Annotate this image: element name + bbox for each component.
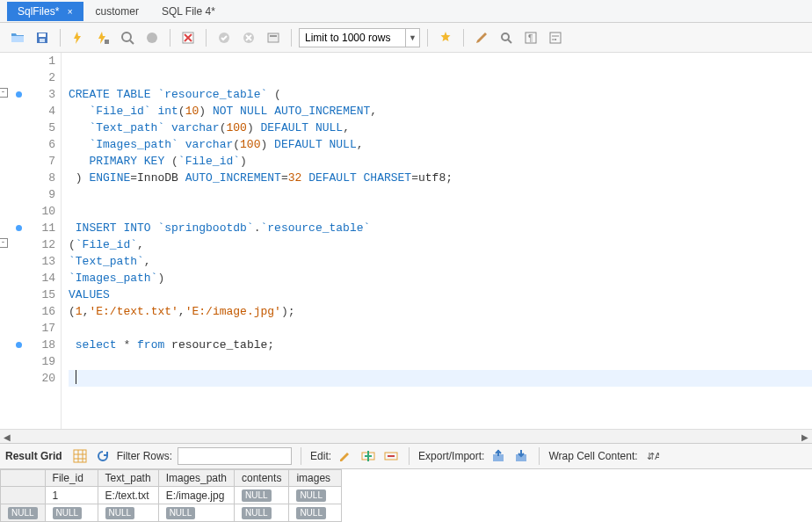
table-row[interactable]: 1E:/text.txtE:/image.jpgNULLNULL: [1, 487, 342, 504]
code-line[interactable]: (`File_id`,: [69, 236, 812, 253]
code-line[interactable]: [69, 186, 812, 203]
row-header-blank: [1, 470, 46, 487]
row-limit-input[interactable]: [300, 29, 405, 47]
table-cell[interactable]: NULL: [289, 487, 342, 504]
table-cell[interactable]: NULL: [45, 504, 98, 522]
code-line[interactable]: `Images_path` varchar(100) DEFAULT NULL,: [69, 136, 812, 153]
edit-row-icon[interactable]: [337, 447, 354, 465]
delete-row-icon[interactable]: [382, 447, 400, 465]
code-line[interactable]: `Images_path`): [69, 270, 812, 286]
explain-icon[interactable]: [117, 27, 138, 48]
table-cell[interactable]: 1: [45, 487, 98, 504]
code-line[interactable]: [69, 69, 812, 86]
scroll-right-icon[interactable]: ▶: [798, 430, 812, 444]
gutter-line: -3: [0, 86, 61, 103]
find-icon[interactable]: [496, 27, 517, 48]
gutter-line: 7: [0, 153, 61, 170]
code-line[interactable]: VALUES: [69, 286, 812, 303]
gutter-line: 13: [0, 253, 61, 270]
table-row[interactable]: NULLNULLNULLNULLNULLNULL: [1, 504, 342, 522]
refresh-icon[interactable]: [94, 447, 112, 465]
table-cell[interactable]: NULL: [289, 504, 342, 522]
tab-sqlfiles[interactable]: SqlFiles* ×: [7, 2, 83, 21]
code-line[interactable]: [69, 370, 812, 387]
code-line[interactable]: [69, 203, 812, 220]
chevron-down-icon[interactable]: ▼: [405, 29, 419, 47]
commit-icon[interactable]: [214, 27, 235, 48]
tab-customer[interactable]: customer: [85, 2, 149, 21]
toggle-invisible-icon[interactable]: ¶: [520, 27, 541, 48]
stop-icon[interactable]: [141, 27, 163, 48]
import-icon[interactable]: [512, 447, 530, 465]
code-line[interactable]: `File_id` int(10) NOT NULL AUTO_INCREMEN…: [69, 103, 812, 120]
filter-rows-label: Filter Rows:: [117, 450, 172, 462]
wrap-icon[interactable]: [545, 27, 566, 48]
horizontal-scrollbar[interactable]: ◀ ▶: [0, 429, 812, 443]
filter-rows-input[interactable]: [178, 447, 292, 465]
code-line[interactable]: [69, 353, 812, 370]
table-cell[interactable]: NULL: [235, 504, 289, 522]
svg-rect-2: [40, 39, 45, 42]
code-line[interactable]: select * from resource_table;: [69, 337, 812, 353]
code-line[interactable]: INSERT INTO `springbootdb`.`resource_tab…: [69, 220, 812, 236]
autocommit-icon[interactable]: [263, 27, 284, 48]
column-header[interactable]: contents: [235, 470, 289, 487]
row-limit-dropdown[interactable]: ▼: [299, 28, 420, 47]
code-line[interactable]: ) ENGINE=InnoDB AUTO_INCREMENT=32 DEFAUL…: [69, 170, 812, 186]
svg-rect-3: [105, 40, 109, 44]
gutter-line: 5: [0, 120, 61, 136]
svg-rect-10: [268, 33, 279, 42]
execute-current-icon[interactable]: [92, 27, 113, 48]
row-header[interactable]: NULL: [1, 504, 46, 522]
table-cell[interactable]: NULL: [98, 504, 158, 522]
gutter-line: 8: [0, 170, 61, 186]
no-commit-icon[interactable]: [178, 27, 199, 48]
scroll-left-icon[interactable]: ◀: [0, 430, 14, 444]
result-grid[interactable]: File_idText_pathImages_pathcontentsimage…: [0, 469, 812, 522]
wrap-cell-icon[interactable]: ⇵A: [643, 447, 661, 465]
code-area[interactable]: CREATE TABLE `resource_table` ( `File_id…: [62, 53, 812, 429]
save-file-button[interactable]: [32, 27, 53, 48]
result-table[interactable]: File_idText_pathImages_pathcontentsimage…: [0, 469, 342, 522]
sql-editor[interactable]: 12-34567891011-121314151617181920 CREATE…: [0, 53, 812, 429]
column-header[interactable]: images: [289, 470, 342, 487]
code-line[interactable]: [69, 53, 812, 69]
code-line[interactable]: (1,'E:/text.txt','E:/image.jpg');: [69, 303, 812, 320]
code-line[interactable]: [69, 320, 812, 337]
column-header[interactable]: File_id: [45, 470, 98, 487]
add-row-icon[interactable]: [359, 447, 377, 465]
gutter-line: 16: [0, 303, 61, 320]
result-grid-label: Result Grid: [5, 450, 62, 462]
open-file-button[interactable]: [7, 27, 28, 48]
code-line[interactable]: PRIMARY KEY (`File_id`): [69, 153, 812, 170]
rollback-icon[interactable]: [238, 27, 259, 48]
execute-icon[interactable]: [68, 27, 89, 48]
table-cell[interactable]: E:/text.txt: [98, 487, 158, 504]
export-icon[interactable]: [489, 447, 507, 465]
svg-text:⇵A: ⇵A: [647, 451, 659, 461]
table-cell[interactable]: E:/image.jpg: [158, 487, 234, 504]
gutter-line: 2: [0, 69, 61, 86]
grid-view-icon[interactable]: [71, 447, 89, 465]
row-header[interactable]: [1, 487, 46, 504]
column-header[interactable]: Text_path: [98, 470, 158, 487]
separator: [539, 447, 540, 465]
separator: [301, 447, 301, 465]
svg-rect-17: [74, 450, 86, 462]
wrap-cell-label: Wrap Cell Content:: [548, 450, 637, 462]
table-cell[interactable]: NULL: [158, 504, 234, 522]
code-line[interactable]: `Text_path`,: [69, 253, 812, 270]
tab-sqlfile4[interactable]: SQL File 4*: [151, 2, 226, 21]
gutter-line: 9: [0, 186, 61, 203]
close-icon[interactable]: ×: [68, 7, 73, 17]
table-header-row: File_idText_pathImages_pathcontentsimage…: [1, 470, 342, 487]
beautify-icon[interactable]: [435, 27, 456, 48]
brush-icon[interactable]: [471, 27, 492, 48]
column-header[interactable]: Images_path: [158, 470, 234, 487]
result-toolbar: Result Grid Filter Rows: Edit: Export/Im…: [0, 443, 812, 469]
table-cell[interactable]: NULL: [235, 487, 289, 504]
code-line[interactable]: CREATE TABLE `resource_table` (: [69, 86, 812, 103]
separator: [170, 29, 170, 47]
gutter-line: 1: [0, 53, 61, 69]
code-line[interactable]: `Text_path` varchar(100) DEFAULT NULL,: [69, 120, 812, 136]
